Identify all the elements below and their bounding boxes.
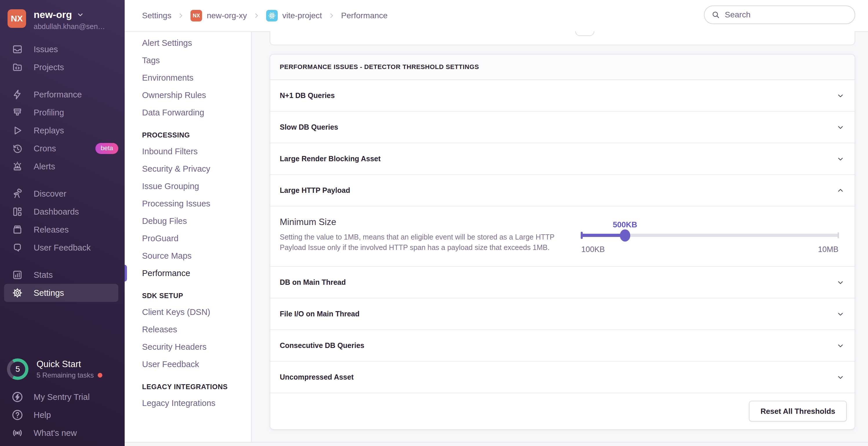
slider-track[interactable] <box>581 234 838 237</box>
reset-all-thresholds-button[interactable]: Reset All Thresholds <box>749 401 847 422</box>
detector-row-large-http-payload[interactable]: Large HTTP Payload <box>270 175 855 206</box>
chevron-down-icon[interactable] <box>836 278 845 287</box>
settings-nav-item-security-privacy[interactable]: Security & Privacy <box>125 160 251 177</box>
sidebar-item-user-feedback[interactable]: User Feedback <box>0 239 125 257</box>
top-bar: Settings NX new-org-xy vite-project Perf… <box>125 0 868 32</box>
detector-row-n-plus-one-db-queries[interactable]: N+1 DB Queries <box>270 80 855 112</box>
sidebar-item-whats-new[interactable]: What's new <box>0 424 125 442</box>
settings-nav-item-tags[interactable]: Tags <box>125 52 251 69</box>
primary-sidebar: NX new-org abdullah.khan@sen… Issues Pro… <box>0 0 125 446</box>
settings-nav-header-legacy-integrations: LEGACY INTEGRATIONS <box>125 379 251 394</box>
org-user-email: abdullah.khan@sen… <box>34 22 105 31</box>
crons-icon <box>11 143 23 154</box>
chevron-down-icon[interactable] <box>836 309 845 319</box>
large-http-payload-settings: Minimum Size Setting the value to 1MB, m… <box>270 206 855 267</box>
replays-icon <box>11 125 23 136</box>
detector-row-uncompressed-asset[interactable]: Uncompressed Asset <box>270 362 855 393</box>
search-input[interactable] <box>725 10 848 20</box>
releases-icon <box>11 224 23 235</box>
slider-thumb[interactable] <box>620 229 630 242</box>
chevron-up-icon[interactable] <box>836 186 845 195</box>
chevron-down-icon[interactable] <box>836 341 845 350</box>
settings-nav-item-issue-grouping[interactable]: Issue Grouping <box>125 177 251 195</box>
sidebar-item-performance[interactable]: Performance <box>0 86 125 103</box>
previous-panel-partial <box>270 31 855 45</box>
slider-right-cap <box>838 232 839 238</box>
quickstart-title: Quick Start <box>36 359 102 369</box>
sidebar-item-profiling[interactable]: Profiling <box>0 103 125 121</box>
settings-nav-item-proguard[interactable]: ProGuard <box>125 230 251 247</box>
settings-nav-item-data-forwarding[interactable]: Data Forwarding <box>125 104 251 121</box>
quickstart-subtitle: 5 Remaining tasks <box>36 371 94 379</box>
settings-nav-item-inbound-filters[interactable]: Inbound Filters <box>125 143 251 160</box>
sidebar-item-alerts[interactable]: Alerts <box>0 157 125 175</box>
panel-title: PERFORMANCE ISSUES - DETECTOR THRESHOLD … <box>270 55 855 80</box>
slider-fill <box>581 234 625 237</box>
slider-min-label: 100KB <box>581 245 605 254</box>
settings-nav-item-client-keys[interactable]: Client Keys (DSN) <box>125 303 251 321</box>
notification-dot <box>98 373 102 378</box>
sidebar-item-crons[interactable]: Crons beta <box>0 140 125 157</box>
quickstart-count: 5 <box>10 362 25 377</box>
breadcrumb-settings[interactable]: Settings <box>142 11 171 20</box>
detector-row-consecutive-db-queries[interactable]: Consecutive DB Queries <box>270 330 855 362</box>
help-icon <box>11 409 24 421</box>
nx-org-icon: NX <box>190 10 202 22</box>
sidebar-item-projects[interactable]: Projects <box>0 58 125 76</box>
detector-row-file-io-on-main-thread[interactable]: File I/O on Main Thread <box>270 298 855 330</box>
settings-nav-item-alert-settings[interactable]: Alert Settings <box>125 34 251 52</box>
sidebar-item-dashboards[interactable]: Dashboards <box>0 203 125 221</box>
detector-threshold-panel: PERFORMANCE ISSUES - DETECTOR THRESHOLD … <box>270 54 855 430</box>
slider-max-label: 10MB <box>818 245 838 254</box>
trial-bolt-icon <box>11 391 24 404</box>
breadcrumb-page: Performance <box>341 11 388 20</box>
breadcrumb: Settings NX new-org-xy vite-project Perf… <box>125 10 388 22</box>
collapse-notch[interactable] <box>575 31 594 36</box>
search-bar[interactable] <box>704 5 855 24</box>
detector-row-slow-db-queries[interactable]: Slow DB Queries <box>270 112 855 143</box>
chevron-down-icon[interactable] <box>836 91 845 100</box>
chevron-right-icon <box>177 12 185 20</box>
chevron-down-icon[interactable] <box>836 123 845 132</box>
sidebar-item-releases[interactable]: Releases <box>0 221 125 239</box>
quickstart-progress-ring: 5 <box>7 358 28 380</box>
performance-icon <box>11 89 23 100</box>
detector-row-large-render-blocking-asset[interactable]: Large Render Blocking Asset <box>270 143 855 175</box>
chevron-down-icon[interactable] <box>836 154 845 163</box>
settings-nav-item-legacy-integrations[interactable]: Legacy Integrations <box>125 394 251 412</box>
slider-value-label: 500KB <box>613 220 637 229</box>
sidebar-item-issues[interactable]: Issues <box>0 40 125 58</box>
settings-nav-item-releases[interactable]: Releases <box>125 321 251 338</box>
settings-nav-item-ownership-rules[interactable]: Ownership Rules <box>125 86 251 104</box>
detector-row-db-on-main-thread[interactable]: DB on Main Thread <box>270 267 855 298</box>
threshold-setting-label: Minimum Size <box>280 217 556 227</box>
discover-icon <box>11 188 23 200</box>
main-content: PERFORMANCE ISSUES - DETECTOR THRESHOLD … <box>252 32 868 442</box>
quickstart-panel[interactable]: 5 Quick Start 5 Remaining tasks <box>0 358 125 380</box>
breadcrumb-project[interactable]: vite-project <box>266 10 322 22</box>
settings-nav-item-environments[interactable]: Environments <box>125 69 251 86</box>
settings-nav-item-user-feedback[interactable]: User Feedback <box>125 356 251 373</box>
sidebar-item-my-sentry-trial[interactable]: My Sentry Trial <box>0 388 125 406</box>
profiling-icon <box>11 107 23 118</box>
breadcrumb-organization[interactable]: NX new-org-xy <box>190 10 247 22</box>
sidebar-item-help[interactable]: Help <box>0 406 125 424</box>
settings-nav-item-source-maps[interactable]: Source Maps <box>125 247 251 265</box>
panel-footer: Reset All Thresholds <box>270 393 855 429</box>
settings-nav-header-sdk-setup: SDK SETUP <box>125 288 251 303</box>
sidebar-item-discover[interactable]: Discover <box>0 185 125 203</box>
settings-nav-item-processing-issues[interactable]: Processing Issues <box>125 195 251 212</box>
sidebar-item-stats[interactable]: Stats <box>0 266 125 284</box>
settings-nav-item-security-headers[interactable]: Security Headers <box>125 338 251 356</box>
search-icon <box>711 10 720 19</box>
sidebar-item-settings[interactable]: Settings <box>4 284 118 302</box>
gear-icon <box>11 287 23 299</box>
settings-nav-item-performance[interactable]: Performance <box>125 265 251 282</box>
user-feedback-icon <box>11 242 23 254</box>
org-switcher[interactable]: NX new-org abdullah.khan@sen… <box>0 0 125 31</box>
chevron-down-icon[interactable] <box>836 373 845 382</box>
sidebar-item-replays[interactable]: Replays <box>0 121 125 140</box>
settings-nav-item-debug-files[interactable]: Debug Files <box>125 212 251 230</box>
org-name: new-org <box>34 9 72 20</box>
react-project-icon <box>266 10 278 22</box>
